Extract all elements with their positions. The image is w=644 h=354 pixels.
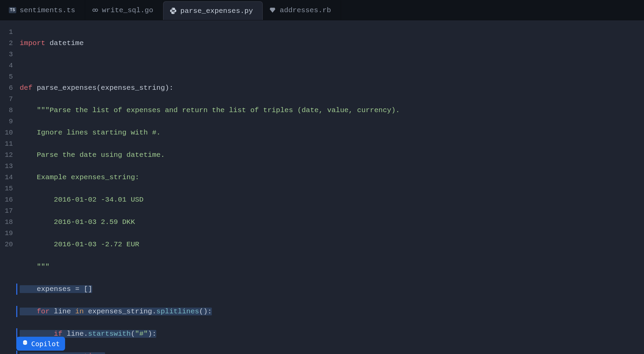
go-icon <box>91 6 99 14</box>
code-line[interactable]: Ignore lines starting with #. <box>20 127 400 138</box>
code-line[interactable]: def parse_expenses(expenses_string): <box>20 82 400 93</box>
tab-addresses[interactable]: addresses.rb <box>263 0 341 20</box>
ts-icon: TS <box>9 6 16 14</box>
tab-parse-expenses[interactable]: parse_expenses.py <box>163 1 263 20</box>
code-editor[interactable]: 12345678910 11121314151617181920 import … <box>0 20 644 354</box>
svg-point-0 <box>93 9 95 11</box>
code-line[interactable]: 2016-01-03 -2.72 EUR <box>20 239 400 250</box>
copilot-button[interactable]: Copilot <box>16 337 65 351</box>
tab-label: write_sql.go <box>102 6 153 14</box>
code-line[interactable]: expenses = [] <box>20 284 400 295</box>
tab-label: parse_expenses.py <box>180 7 253 15</box>
tab-write-sql[interactable]: write_sql.go <box>85 0 163 20</box>
tab-label: addresses.rb <box>280 6 331 14</box>
code-line[interactable]: """Parse the list of expenses and return… <box>20 105 400 116</box>
code-line[interactable]: """ <box>20 261 400 272</box>
svg-point-1 <box>95 9 98 11</box>
code-line[interactable]: Parse the date using datetime. <box>20 149 400 161</box>
code-line[interactable] <box>20 60 400 71</box>
tab-bar: TS sentiments.ts write_sql.go parse_expe… <box>0 0 644 20</box>
copilot-label: Copilot <box>31 340 60 348</box>
code-line[interactable]: continue <box>20 351 400 354</box>
ruby-icon <box>269 6 276 14</box>
code-area[interactable]: import datetime def parse_expenses(expen… <box>16 20 400 354</box>
tab-sentiments[interactable]: TS sentiments.ts <box>3 0 85 20</box>
tab-label: sentiments.ts <box>20 6 75 14</box>
code-line[interactable]: 2016-01-03 2.59 DKK <box>20 216 400 228</box>
code-line[interactable]: Example expenses_string: <box>20 172 400 183</box>
line-number-gutter: 12345678910 11121314151617181920 <box>0 20 16 354</box>
code-line[interactable]: 2016-01-02 -34.01 USD <box>20 194 400 205</box>
python-icon <box>169 7 177 15</box>
copilot-icon <box>22 339 28 348</box>
code-line[interactable]: for line in expenses_string.splitlines()… <box>20 306 400 317</box>
code-line[interactable]: import datetime <box>20 38 400 49</box>
code-line[interactable]: if line.startswith("#"): <box>20 328 400 339</box>
